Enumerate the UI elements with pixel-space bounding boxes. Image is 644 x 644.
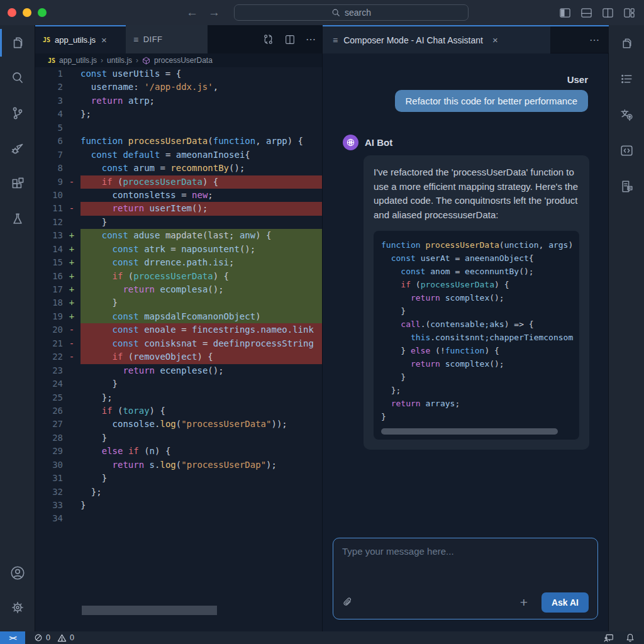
remote-indicator[interactable]: >< [0, 631, 25, 644]
line-number: 22 [35, 350, 63, 364]
rightbar-item-snippets[interactable] [609, 133, 644, 169]
code-line[interactable]: 1const userUtils = { [35, 67, 322, 80]
minimize-window-button[interactable] [23, 8, 31, 17]
chat-code-line: }; [381, 384, 573, 397]
code-line[interactable]: 29 else if (n) { [35, 445, 322, 458]
rightbar-item-notebook-chat[interactable] [609, 169, 644, 204]
code-line[interactable]: 16+ if (processUserData) { [35, 270, 322, 283]
code-editor[interactable]: 1const userUtils = {2 username: '/app-dd… [35, 67, 322, 631]
code-text: const conisksnat = deefinprocessString [80, 337, 322, 350]
search-icon [331, 8, 340, 17]
forward-arrow-icon[interactable]: → [208, 6, 220, 19]
account-button[interactable] [0, 565, 35, 581]
sidebar-item-explorer[interactable] [0, 25, 35, 60]
rightbar-item-copy-files[interactable] [609, 25, 644, 61]
line-number: 20 [35, 323, 63, 336]
breadcrumb-symbol[interactable]: processUserData [154, 56, 213, 65]
line-number: 8 [35, 162, 63, 175]
ai-message-card: I've refactored the 'processUserData' fu… [364, 155, 589, 450]
code-line[interactable]: 2 username: '/app-ddx.js', [35, 80, 322, 94]
code-line[interactable]: 33} [35, 499, 322, 512]
code-line[interactable]: 20- const enoale = fincestrings.nameo.li… [35, 323, 322, 336]
rightbar-item-translate[interactable] [609, 97, 644, 133]
toggle-panel-icon[interactable] [580, 7, 592, 19]
code-line[interactable]: 6function processUserData(function, arpp… [35, 135, 322, 148]
search-input[interactable]: search [234, 4, 469, 21]
diff-sign: + [63, 310, 80, 323]
sidebar-item-testing[interactable] [0, 201, 35, 236]
attachment-paperclip-icon[interactable] [342, 597, 353, 608]
chat-message-input[interactable] [333, 538, 597, 592]
problems-indicator[interactable]: 0 0 [34, 633, 74, 643]
code-line[interactable]: 23 return ecenplese(); [35, 364, 322, 377]
code-line[interactable]: 31 } [35, 472, 322, 485]
open-changes-icon[interactable] [262, 33, 274, 45]
line-number: 14 [35, 243, 63, 256]
code-line[interactable]: 12 } [35, 216, 322, 229]
code-text: const default = ameonanInosei{ [80, 148, 322, 162]
code-line[interactable]: 17+ return ecomplesa(); [35, 283, 322, 296]
sidebar-item-search[interactable] [0, 60, 35, 96]
code-line[interactable]: 28 } [35, 431, 322, 445]
code-line[interactable]: 11- return userItem(); [35, 202, 322, 215]
ask-ai-button[interactable]: Ask AI [541, 592, 589, 613]
close-tab-icon[interactable]: × [101, 35, 107, 45]
rightbar-item-outline[interactable] [609, 61, 644, 97]
customize-layout-icon[interactable] [623, 7, 635, 19]
tab-app-utils-js[interactable]: JS app_utils.js × [35, 25, 126, 53]
horizontal-scrollbar[interactable] [82, 606, 217, 615]
editor-group: JS app_utils.js × ≡ DIFF ⋯ JS app_utils.… [35, 25, 322, 631]
diff-sign [63, 377, 80, 391]
diff-sign [63, 472, 80, 485]
diff-sign: + [63, 243, 80, 256]
code-line[interactable]: 32 }; [35, 486, 322, 499]
code-line[interactable]: 25 }; [35, 391, 322, 404]
tab-diff[interactable]: ≡ DIFF [126, 25, 208, 53]
settings-button[interactable] [0, 599, 35, 616]
close-window-button[interactable] [8, 8, 16, 17]
diff-sign: - [63, 202, 80, 215]
code-line[interactable]: 10 contonsletss = new; [35, 189, 322, 202]
sidebar-item-run-debug[interactable] [0, 131, 35, 166]
code-line[interactable]: 18+ } [35, 296, 322, 309]
errors-count: 0 [46, 633, 50, 642]
back-arrow-icon[interactable]: ← [186, 6, 198, 19]
sidebar-item-extensions[interactable] [0, 166, 35, 201]
code-text: else if (n) { [80, 445, 322, 458]
toggle-right-sidebar-icon[interactable] [602, 7, 614, 19]
code-line[interactable]: 7 const default = ameonanInosei{ [35, 148, 322, 162]
close-chat-icon[interactable]: × [492, 35, 498, 45]
breadcrumb-module[interactable]: untils.js [107, 56, 132, 65]
code-line[interactable]: 26 if (toray) { [35, 404, 322, 418]
breadcrumb-file[interactable]: app_utils.js [59, 56, 97, 65]
add-context-icon[interactable]: + [520, 595, 528, 610]
sidebar-item-source-control[interactable] [0, 96, 35, 131]
composer-list-icon: ≡ [333, 35, 338, 45]
split-editor-icon[interactable] [284, 34, 296, 45]
code-line[interactable]: 3 return atrp; [35, 94, 322, 108]
code-block-scrollbar[interactable] [381, 428, 558, 435]
toggle-left-sidebar-icon[interactable] [559, 7, 571, 19]
chat-more-actions-icon[interactable]: ⋯ [589, 26, 599, 53]
chat-panel-tab[interactable]: ≡ Composer Mode - AI Chat Assistant × [323, 26, 550, 53]
code-line[interactable]: 34 [35, 512, 322, 525]
code-line[interactable]: 5 [35, 121, 322, 135]
more-actions-icon[interactable]: ⋯ [306, 33, 316, 45]
code-line[interactable]: 22- if (removeObject) { [35, 350, 322, 364]
ai-message-text: I've refactored the 'processUserData' fu… [374, 165, 579, 222]
code-line[interactable]: 27 consolse.log("processUserData")); [35, 418, 322, 431]
maximize-window-button[interactable] [38, 8, 47, 17]
code-line[interactable]: 15+ const drrence.path.isi; [35, 256, 322, 269]
code-line[interactable]: 19+ const mapsdalFcomanonObject) [35, 310, 322, 323]
code-line[interactable]: 14+ const atrk = naposuntent(); [35, 243, 322, 256]
line-number: 9 [35, 175, 63, 189]
code-line[interactable]: 30 return s.log("processUserDap"); [35, 458, 322, 472]
code-line[interactable]: 13+ const aduse mapdate(last; anw) { [35, 229, 322, 242]
code-line[interactable]: 9- if (processUserData) { [35, 175, 322, 189]
code-line[interactable]: 4}; [35, 108, 322, 121]
notifications-bell-icon[interactable] [625, 633, 635, 643]
feedback-icon[interactable] [603, 633, 614, 643]
code-line[interactable]: 21- const conisksnat = deefinprocessStri… [35, 337, 322, 350]
code-line[interactable]: 24 } [35, 377, 322, 391]
code-line[interactable]: 8 const arum = recomnontBy(); [35, 162, 322, 175]
